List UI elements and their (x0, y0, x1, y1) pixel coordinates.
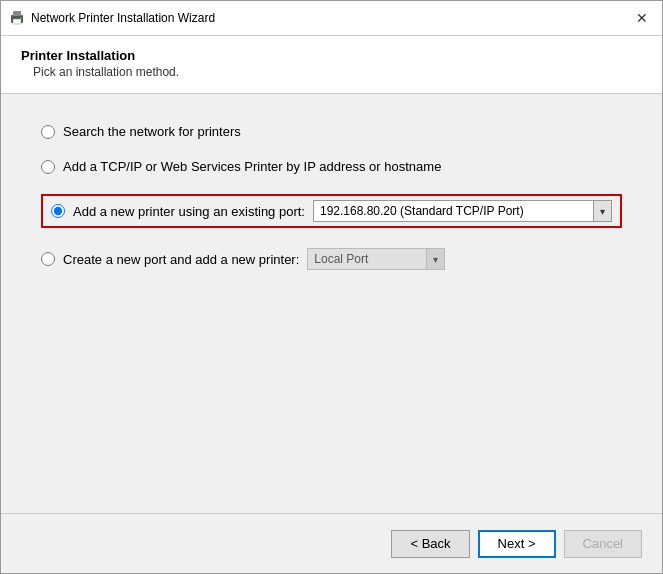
close-button[interactable]: ✕ (630, 6, 654, 30)
cancel-button[interactable]: Cancel (564, 530, 642, 558)
option-add-existing-port: Add a new printer using an existing port… (41, 194, 622, 228)
option-create-new-port: Create a new port and add a new printer:… (41, 248, 622, 270)
wizard-window: Network Printer Installation Wizard ✕ Pr… (0, 0, 663, 574)
svg-rect-1 (13, 11, 21, 16)
existing-port-dropdown-wrapper: ▾ (313, 200, 612, 222)
local-port-wrapper: ▾ (307, 248, 445, 270)
local-port-dropdown-btn: ▾ (427, 248, 445, 270)
header-title: Printer Installation (21, 48, 642, 63)
label-add-existing-port[interactable]: Add a new printer using an existing port… (73, 204, 305, 219)
label-create-new-port[interactable]: Create a new port and add a new printer: (63, 252, 299, 267)
label-add-tcpip[interactable]: Add a TCP/IP or Web Services Printer by … (63, 159, 441, 174)
printer-icon (9, 10, 25, 26)
content-area: Search the network for printers Add a TC… (1, 94, 662, 513)
window-title: Network Printer Installation Wizard (31, 11, 630, 25)
header-section: Printer Installation Pick an installatio… (1, 36, 662, 94)
option-search-network: Search the network for printers (41, 124, 622, 139)
footer: < Back Next > Cancel (1, 513, 662, 573)
radio-add-tcpip[interactable] (41, 160, 55, 174)
svg-rect-2 (13, 19, 21, 24)
radio-search-network[interactable] (41, 125, 55, 139)
svg-point-3 (20, 17, 22, 19)
radio-add-existing-port[interactable] (51, 204, 65, 218)
back-button[interactable]: < Back (391, 530, 469, 558)
header-subtitle: Pick an installation method. (33, 65, 642, 79)
radio-create-new-port[interactable] (41, 252, 55, 266)
label-search-network[interactable]: Search the network for printers (63, 124, 241, 139)
next-button[interactable]: Next > (478, 530, 556, 558)
option-add-tcpip: Add a TCP/IP or Web Services Printer by … (41, 159, 622, 174)
local-port-input (307, 248, 427, 270)
existing-port-input[interactable] (313, 200, 594, 222)
title-bar: Network Printer Installation Wizard ✕ (1, 1, 662, 36)
existing-port-dropdown-btn[interactable]: ▾ (594, 200, 612, 222)
